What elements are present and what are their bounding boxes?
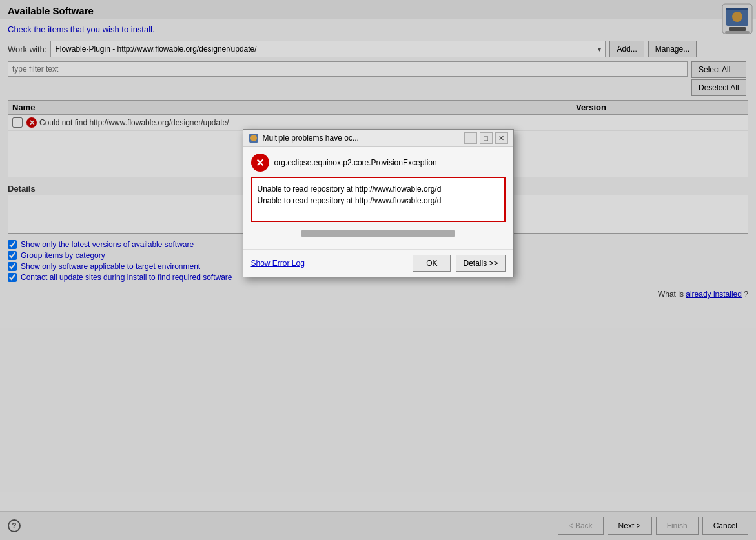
modal-maximize-button[interactable]: □ <box>480 132 493 144</box>
modal-progress-bar <box>301 230 454 237</box>
modal-dialog: Multiple problems have oc... – □ ✕ ✕ org… <box>243 129 514 277</box>
modal-error-row: ✕ org.eclipse.equinox.p2.core.ProvisionE… <box>251 154 506 172</box>
modal-window-controls: – □ ✕ <box>464 132 508 144</box>
modal-footer-right: OK Details >> <box>413 255 505 272</box>
main-window: Available Software Check the items that … <box>0 0 756 540</box>
modal-titlebar: Multiple problems have oc... – □ ✕ <box>243 130 513 147</box>
modal-progress-area <box>251 227 506 240</box>
modal-title-text: Multiple problems have oc... <box>263 134 359 143</box>
modal-message-1: Unable to read repository at http://www.… <box>258 195 499 206</box>
modal-body: ✕ org.eclipse.equinox.p2.core.ProvisionE… <box>243 147 513 246</box>
modal-footer: Show Error Log OK Details >> <box>243 249 513 277</box>
modal-details-button[interactable]: Details >> <box>456 255 505 272</box>
modal-icon <box>249 133 259 143</box>
modal-title-area: Multiple problems have oc... <box>249 133 359 143</box>
modal-message-0: Unable to read repository at http://www.… <box>258 183 499 195</box>
modal-minimize-button[interactable]: – <box>464 132 477 144</box>
modal-error-icon: ✕ <box>251 154 269 172</box>
modal-close-button[interactable]: ✕ <box>495 132 508 144</box>
modal-message-box: Unable to read repository at http://www.… <box>251 177 506 222</box>
svg-point-7 <box>250 135 257 141</box>
modal-error-class: org.eclipse.equinox.p2.core.ProvisionExc… <box>274 158 437 167</box>
modal-ok-button[interactable]: OK <box>413 255 451 272</box>
modal-footer-left: Show Error Log <box>251 259 305 268</box>
modal-overlay: Multiple problems have oc... – □ ✕ ✕ org… <box>0 0 756 540</box>
show-error-log-button[interactable]: Show Error Log <box>251 259 305 268</box>
